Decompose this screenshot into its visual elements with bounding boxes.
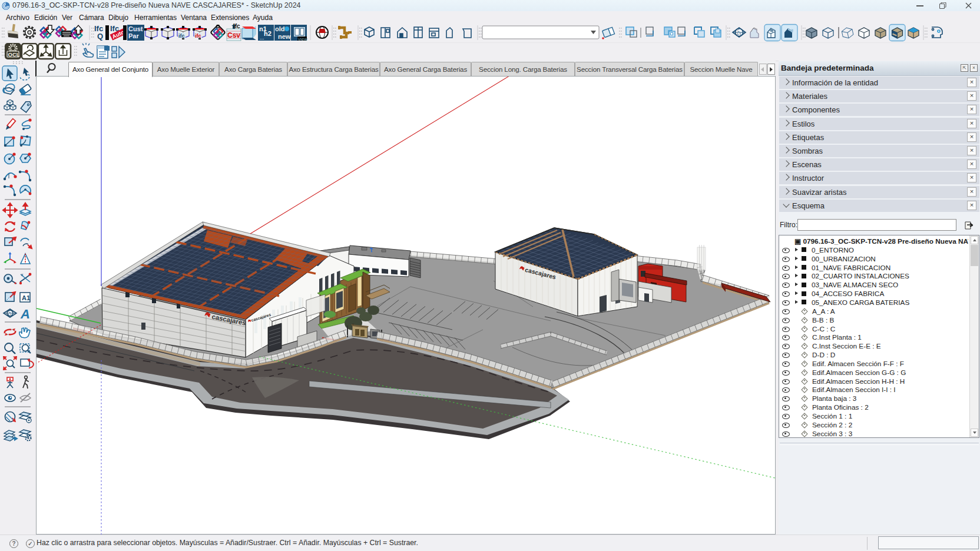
- svg-text:x: x: [21, 273, 24, 277]
- svg-text:h2: h2: [264, 30, 272, 37]
- svg-text:Cust: Cust: [128, 25, 143, 32]
- svg-text:old: old: [275, 25, 285, 32]
- svg-text:C: C: [737, 29, 740, 32]
- svg-text:view: view: [298, 36, 307, 42]
- svg-text:new: new: [278, 33, 291, 40]
- svg-text:A-S: A-S: [737, 33, 741, 36]
- svg-text:A1: A1: [22, 294, 30, 301]
- svg-text:Csv: Csv: [227, 31, 240, 39]
- svg-text:...: ...: [260, 35, 264, 41]
- svg-text:ifc: ifc: [178, 33, 185, 39]
- svg-text:C: C: [9, 310, 11, 313]
- svg-text:ifc: ifc: [195, 33, 201, 39]
- svg-text:Ifc: Ifc: [233, 23, 240, 29]
- svg-text:A: A: [20, 307, 30, 321]
- svg-text:OCL: OCL: [8, 51, 20, 58]
- svg-text:Par: Par: [128, 32, 139, 39]
- svg-text:A-S: A-S: [8, 313, 12, 316]
- svg-text:Q: Q: [97, 32, 103, 41]
